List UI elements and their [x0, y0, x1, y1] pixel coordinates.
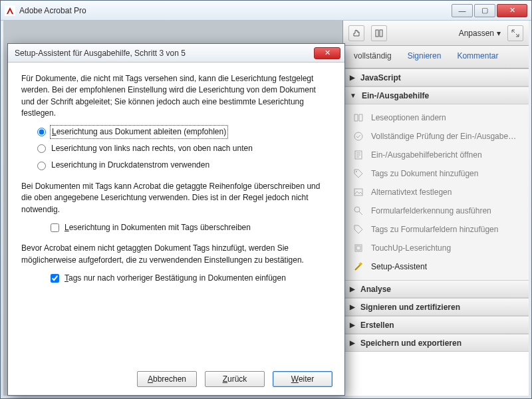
section-label: Speichern und exportieren	[360, 338, 462, 348]
tab-signieren[interactable]: Signieren	[401, 46, 448, 68]
wand-icon	[352, 261, 364, 273]
section-head-einausgabe[interactable]: ▼Ein-/Ausgabehilfe	[343, 87, 529, 104]
section-head-javascript[interactable]: ▶JavaScript	[343, 69, 529, 86]
tool-leseoptionen[interactable]: Leseoptionen ändern	[343, 108, 529, 127]
section-body-einausgabe: Leseoptionen ändern Vollständige Prüfung…	[343, 104, 529, 280]
section-javascript: ▶JavaScript	[343, 68, 529, 86]
tool-label: Ein-/Ausgabehilfebericht öffnen	[371, 150, 482, 160]
checkbox-label: Leserichtung in Dokumenten mit Tags über…	[65, 222, 251, 233]
tool-bericht[interactable]: Ein-/Ausgabehilfebericht öffnen	[343, 146, 529, 164]
section-erstellen: ▶Erstellen	[343, 316, 529, 334]
tag-form-icon	[352, 223, 364, 235]
next-button[interactable]: Weiter	[273, 371, 332, 387]
check-circle-icon	[352, 130, 364, 142]
tool-label: Setup-Assistent	[371, 262, 427, 271]
tool-tagsdoc[interactable]: Tags zu Dokument hinzufügen	[343, 164, 529, 183]
dialog-title: Setup-Assistent für Ausgabehilfe, Schrit…	[12, 49, 314, 58]
tool-tagsform[interactable]: Tags zu Formularfeldern hinzufügen	[343, 220, 529, 239]
radio-input[interactable]	[37, 162, 46, 170]
section-head-speichern[interactable]: ▶Speichern und exportieren	[343, 334, 529, 352]
window-buttons: — ▢ ✕	[450, 4, 527, 17]
triangle-right-icon: ▶	[350, 303, 355, 311]
tool-setup[interactable]: Setup-Assistent	[343, 257, 529, 276]
app-body: Anpassen ▾ vollständig Signieren Komment…	[3, 21, 529, 396]
dialog-body: Für Dokumente, die nicht mit Tags verseh…	[8, 63, 344, 304]
window-title: Adobe Acrobat Pro	[19, 6, 450, 15]
section-head-signieren[interactable]: ▶Signieren und zertifizieren	[343, 299, 529, 316]
book-icon	[352, 112, 364, 124]
tab-kommentar[interactable]: Kommentar	[450, 46, 505, 68]
radio-left-to-right[interactable]: Leserichtung von links nach rechts, von …	[37, 143, 331, 154]
button-label: Zurück	[223, 374, 247, 384]
chevron-down-icon: ▾	[497, 29, 501, 38]
dialog-paragraph-2: Bei Dokumenten mit Tags kann Acrobat die…	[21, 181, 331, 215]
tool-label: TouchUp-Leserichtung	[371, 243, 451, 253]
dialog-close-button[interactable]: ✕	[314, 47, 340, 59]
hand-tool-button[interactable]	[348, 25, 364, 41]
minimize-button[interactable]: —	[452, 4, 473, 17]
radio-derive-from-document[interactable]: Leserichtung aus Dokument ableiten (empf…	[37, 126, 331, 138]
triangle-right-icon: ▶	[350, 339, 355, 346]
tool-label: Leseoptionen ändern	[371, 113, 446, 122]
tool-alttext[interactable]: Alternativtext festlegen	[343, 183, 529, 201]
magnify-icon	[352, 205, 364, 217]
section-head-erstellen[interactable]: ▶Erstellen	[343, 317, 529, 334]
tool-pruefung[interactable]: Vollständige Prüfung der Ein-/Ausgabe…	[343, 127, 529, 146]
svg-rect-1	[376, 30, 378, 37]
button-label: Weiter	[291, 374, 314, 384]
section-signieren: ▶Signieren und zertifizieren	[343, 298, 529, 316]
svg-rect-2	[380, 30, 382, 37]
svg-point-7	[354, 207, 360, 212]
triangle-right-icon: ▶	[350, 74, 355, 81]
radio-input[interactable]	[37, 128, 46, 136]
cancel-button[interactable]: Abbrechen	[137, 371, 197, 387]
fullscreen-button[interactable]	[507, 25, 523, 41]
radio-input[interactable]	[37, 144, 46, 153]
radio-label: Leserichtung in Druckdatenstrom verwende…	[51, 160, 209, 171]
tab-cutoff[interactable]: vollständig	[347, 46, 398, 68]
page-layout-button[interactable]	[371, 25, 387, 41]
tool-label: Alternativtext festlegen	[371, 188, 452, 197]
toolstrip: Anpassen ▾	[343, 21, 529, 46]
section-head-analyse[interactable]: ▶Analyse	[343, 281, 529, 298]
svg-point-3	[354, 132, 362, 140]
maximize-button[interactable]: ▢	[474, 4, 495, 17]
customize-menu[interactable]: Anpassen ▾	[459, 29, 501, 38]
main-window: Adobe Acrobat Pro — ▢ ✕ Anpassen ▾	[0, 0, 532, 399]
section-analyse: ▶Analyse	[343, 280, 529, 298]
dialog-paragraph-3: Bevor Acrobat einem nicht getaggten Doku…	[21, 243, 331, 266]
reading-order-radio-group: Leserichtung aus Dokument ableiten (empf…	[37, 126, 331, 172]
radio-print-stream[interactable]: Leserichtung in Druckdatenstrom verwende…	[37, 160, 331, 171]
button-label: Abbrechen	[148, 374, 186, 384]
section-speichern: ▶Speichern und exportieren	[343, 334, 529, 352]
dialog-titlebar: Setup-Assistent für Ausgabehilfe, Schrit…	[8, 44, 344, 63]
checkbox-input[interactable]	[51, 274, 59, 283]
tool-label: Tags zu Dokument hinzufügen	[371, 169, 478, 178]
tools-pane: Anpassen ▾ vollständig Signieren Komment…	[342, 21, 529, 396]
check-confirm-before-tagging[interactable]: Tags nur nach vorheriger Bestätigung in …	[51, 273, 331, 284]
report-icon	[352, 149, 364, 161]
close-button[interactable]: ✕	[497, 4, 527, 17]
section-label: Signieren und zertifizieren	[360, 303, 460, 312]
dialog-footer: Abbrechen Zurück Weiter	[8, 363, 344, 395]
section-einausgabe: ▼Ein-/Ausgabehilfe Leseoptionen ändern V…	[343, 86, 529, 280]
checkbox-input[interactable]	[51, 223, 59, 232]
tool-formular[interactable]: Formularfelderkennung ausführen	[343, 201, 529, 220]
check-override-tagged[interactable]: Leserichtung in Dokumenten mit Tags über…	[51, 222, 331, 233]
panel-list: ▶JavaScript ▼Ein-/Ausgabehilfe Leseoptio…	[343, 68, 529, 396]
titlebar: Adobe Acrobat Pro — ▢ ✕	[1, 1, 531, 21]
checkbox-label: Tags nur nach vorheriger Bestätigung in …	[65, 273, 286, 284]
tool-touchup[interactable]: TouchUp-Leserichtung	[343, 239, 529, 257]
back-button[interactable]: Zurück	[205, 371, 265, 387]
section-label: Ein-/Ausgabehilfe	[362, 91, 429, 100]
svg-point-5	[356, 171, 357, 172]
tool-label: Tags zu Formularfeldern hinzufügen	[371, 225, 498, 234]
svg-rect-0	[5, 5, 15, 16]
triangle-right-icon: ▶	[350, 321, 355, 329]
triangle-right-icon: ▶	[350, 285, 355, 293]
section-label: Erstellen	[360, 321, 394, 330]
dialog-paragraph-1: Für Dokumente, die nicht mit Tags verseh…	[21, 73, 331, 120]
radio-label: Leserichtung aus Dokument ableiten (empf…	[51, 126, 227, 138]
triangle-down-icon: ▼	[350, 92, 356, 99]
image-icon	[352, 186, 364, 198]
